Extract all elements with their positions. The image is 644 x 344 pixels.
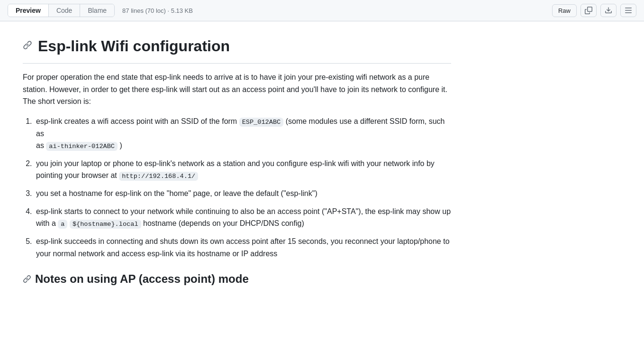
list-item: esp-link succeeds in connecting and shut… — [34, 235, 451, 260]
step1-text-before: esp-link creates a wifi access point wit… — [36, 117, 239, 125]
list-item: esp-link creates a wifi access point wit… — [34, 115, 451, 152]
step4-code2: ${hostname}.local — [70, 220, 141, 229]
step2-text-before: you join your laptop or phone to esp-lin… — [36, 159, 435, 180]
copy-icon — [585, 7, 592, 14]
notes-heading: Notes on using AP (access point) mode — [23, 271, 451, 287]
page-title-container: Esp-link Wifi configuration — [23, 37, 451, 56]
tab-preview[interactable]: Preview — [8, 4, 49, 17]
list-item: you join your laptop or phone to esp-lin… — [34, 158, 451, 182]
list-item: esp-link starts to connect to your netwo… — [34, 205, 451, 230]
tab-code[interactable]: Code — [49, 4, 80, 17]
download-button[interactable] — [600, 4, 617, 17]
hamburger-icon — [625, 7, 632, 14]
step4-code1: a — [58, 220, 67, 229]
step4-text-after: hostname (depends on your DHCP/DNS confi… — [141, 219, 304, 227]
title-divider — [23, 63, 451, 64]
notes-link-icon — [23, 275, 31, 283]
step5-text: esp-link succeeds in connecting and shut… — [36, 237, 450, 258]
list-item: you set a hostname for esp-link on the "… — [34, 187, 451, 200]
tab-blame[interactable]: Blame — [80, 4, 114, 17]
content-area: Esp-link Wifi configuration For proper o… — [0, 21, 474, 302]
file-info: 87 lines (70 loc) · 5.13 KB — [122, 7, 193, 14]
anchor-link[interactable] — [23, 40, 32, 52]
step1-code1: ESP_012ABC — [239, 118, 284, 127]
notes-anchor-link[interactable] — [23, 271, 31, 287]
step2-code1: http://192.168.4.1/ — [119, 172, 198, 181]
tab-group: Preview Code Blame — [8, 4, 115, 17]
link-icon — [23, 40, 32, 50]
notes-heading-text: Notes on using AP (access point) mode — [35, 272, 249, 286]
step3-text: you set a hostname for esp-link on the "… — [36, 189, 317, 197]
toolbar-actions: Raw — [552, 4, 636, 17]
copy-button[interactable] — [581, 4, 597, 17]
download-icon — [605, 7, 612, 14]
step1-text-after: ) — [118, 141, 122, 149]
step1-as-label: as — [36, 141, 46, 149]
toolbar: Preview Code Blame 87 lines (70 loc) · 5… — [0, 0, 644, 21]
menu-button[interactable] — [620, 4, 636, 17]
raw-button[interactable]: Raw — [552, 4, 577, 17]
page-heading: Esp-link Wifi configuration — [38, 37, 230, 56]
intro-text: For proper operation the end state that … — [23, 71, 451, 108]
steps-list: esp-link creates a wifi access point wit… — [23, 115, 451, 260]
step1-code2: ai-thinker-012ABC — [46, 142, 118, 151]
